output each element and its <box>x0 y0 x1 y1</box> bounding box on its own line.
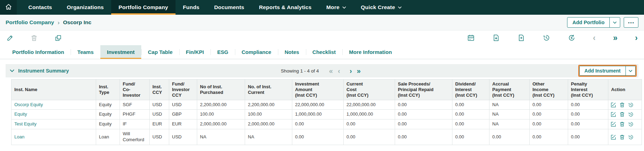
scroll-jump-right-icon[interactable]: » <box>613 34 618 42</box>
chevron-down-icon <box>613 21 617 24</box>
cell-current: 2,200,000.00 <box>245 100 292 110</box>
tab[interactable]: More Information <box>342 45 399 59</box>
cell-fund-co-investor: SGF <box>120 100 150 110</box>
pagination: Showing 1 - 4 of 4 « ‹ › » <box>6 64 638 77</box>
cell-investor-ccy: USD <box>169 129 197 145</box>
scroll-right-icon[interactable]: › <box>635 34 638 42</box>
restore-window-icon[interactable] <box>55 34 62 42</box>
cell-dividend-interest: 0.00 <box>452 110 489 119</box>
last-page-icon[interactable]: » <box>357 67 361 74</box>
instrument-name-link[interactable]: Oscorp Equity <box>14 102 43 107</box>
column-header: Inst.CCY <box>150 80 169 100</box>
history-row-icon[interactable] <box>628 121 634 127</box>
cell-penalty-interest: 0.00 <box>568 110 608 119</box>
nav-item[interactable]: Documents <box>207 0 251 15</box>
cell-inst-ccy: EUR <box>150 119 169 129</box>
cell-current: NA <box>245 129 292 145</box>
edit-row-icon[interactable] <box>610 111 616 117</box>
tab[interactable]: Teams <box>71 45 100 59</box>
cell-inst-ccy: USD <box>150 100 169 110</box>
collapse-section-toggle[interactable]: Instrument Summary <box>10 68 69 74</box>
next-page-icon[interactable]: › <box>350 67 352 74</box>
cell-accrual-payment: NA <box>489 100 530 110</box>
nav-item[interactable]: Portfolio Company <box>111 0 176 15</box>
scroll-left-icon[interactable]: ‹ <box>593 34 596 42</box>
edit-icon[interactable] <box>6 34 14 42</box>
nav-item[interactable]: Contacts <box>21 0 59 15</box>
table-row: Loan Loan Will Comerford USD USD NA NA 0… <box>12 129 642 145</box>
table-row: Equity Equity PHGF USD GBP 100.00 100.00… <box>12 110 642 119</box>
home-button[interactable] <box>0 0 17 15</box>
add-instrument-dropdown[interactable] <box>625 66 635 75</box>
row-actions <box>608 119 642 129</box>
cell-sale-proceeds: 0.00 <box>395 100 452 110</box>
add-instrument-button[interactable]: Add Instrument <box>579 66 636 76</box>
history-row-icon[interactable] <box>628 134 634 140</box>
column-header: Inst. Name <box>12 80 96 100</box>
table-row: Oscorp Equity Equity SGF USD USD 2,200,0… <box>12 100 642 110</box>
edit-row-icon[interactable] <box>610 121 616 127</box>
row-actions <box>608 129 642 145</box>
cell-sale-proceeds: 0.00 <box>395 110 452 119</box>
cell-purchased: NA <box>197 129 245 145</box>
add-portfolio-button[interactable]: Add Portfolio <box>567 17 620 28</box>
breadcrumb-separator-icon: › <box>58 20 60 26</box>
edit-row-icon[interactable] <box>610 102 616 108</box>
history-icon[interactable] <box>543 34 550 42</box>
column-header: Sale Proceeds/Principal Repaid(Inst CCY) <box>395 80 452 100</box>
add-portfolio-label[interactable]: Add Portfolio <box>567 18 609 27</box>
tab[interactable]: ESG <box>210 45 235 59</box>
history-row-icon[interactable] <box>628 102 634 108</box>
investment-content: Instrument Summary Showing 1 - 4 of 4 « … <box>0 59 644 145</box>
column-header: Fund/Co-Investor <box>120 80 150 100</box>
delete-row-icon[interactable] <box>619 121 625 127</box>
tab[interactable]: Notes <box>278 45 306 59</box>
table-row: Test Equity Equity IF EUR EUR 2,000,000.… <box>12 119 642 129</box>
prev-page-icon[interactable]: ‹ <box>338 67 340 74</box>
history-row-icon[interactable] <box>628 111 634 117</box>
tab[interactable]: Investment <box>100 45 141 59</box>
cell-current: 100.00 <box>245 110 292 119</box>
cell-inst-type: Equity <box>96 119 120 129</box>
nav-item[interactable]: Reports & Analytics <box>252 0 319 15</box>
tab[interactable]: Fin/KPI <box>179 45 211 59</box>
toolbar: $ ‹ » › <box>0 30 644 45</box>
more-options-button[interactable]: ⋯ <box>624 17 638 28</box>
breadcrumb-current: Oscorp Inc <box>63 19 91 26</box>
add-file-icon[interactable] <box>517 34 525 42</box>
breadcrumb-parent-link[interactable]: Portfolio Company <box>6 19 54 26</box>
tab[interactable]: Checklist <box>306 45 343 59</box>
cell-other-income: 0.00 <box>530 119 568 129</box>
calendar-icon[interactable] <box>467 34 475 42</box>
cell-current-cost: 1,000,000.00 <box>344 110 395 119</box>
cell-purchased: 100.00 <box>197 110 245 119</box>
instrument-name-link[interactable]: Loan <box>14 134 24 139</box>
tab[interactable]: Portfolio Information <box>6 45 71 59</box>
nav-item[interactable]: Organizations <box>59 0 111 15</box>
add-portfolio-dropdown[interactable] <box>609 18 620 27</box>
cell-dividend-interest: 0.00 <box>452 119 489 129</box>
nav-item[interactable]: More <box>319 0 353 15</box>
delete-icon[interactable] <box>30 34 38 42</box>
tab[interactable]: Compliance <box>235 45 278 59</box>
currency-refresh-icon[interactable]: $ <box>568 34 575 42</box>
top-nav: Contacts Organizations Portfolio Company… <box>0 0 644 15</box>
tab[interactable]: Cap Table <box>141 45 179 59</box>
delete-row-icon[interactable] <box>619 111 625 117</box>
export-file-icon[interactable] <box>492 34 500 42</box>
edit-row-icon[interactable] <box>610 134 616 140</box>
cell-purchased: 2,200,000.00 <box>197 100 245 110</box>
cell-penalty-interest: 0.00 <box>568 129 608 145</box>
delete-row-icon[interactable] <box>619 102 625 108</box>
chevron-down-icon <box>342 6 346 9</box>
chevron-down-icon <box>629 70 632 72</box>
add-instrument-label[interactable]: Add Instrument <box>580 66 625 75</box>
instrument-name-link[interactable]: Equity <box>14 111 27 117</box>
instrument-name-link[interactable]: Test Equity <box>14 121 37 126</box>
nav-item[interactable]: Funds <box>176 0 207 15</box>
nav-item[interactable]: Quick Create <box>353 0 409 15</box>
first-page-icon[interactable]: « <box>329 67 333 74</box>
column-header: No. of Inst.Current <box>245 80 292 100</box>
cell-fund-co-investor: Will Comerford <box>120 129 150 145</box>
delete-row-icon[interactable] <box>619 134 625 140</box>
